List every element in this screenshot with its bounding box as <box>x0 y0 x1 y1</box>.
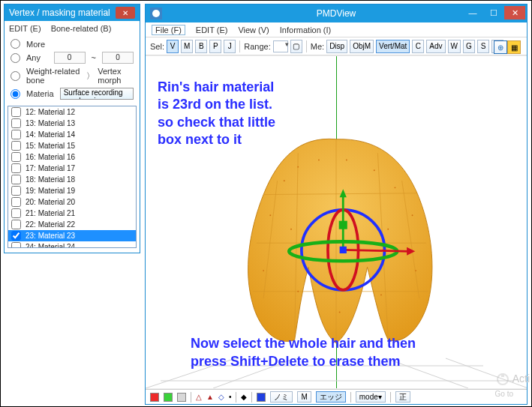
material-checkbox[interactable] <box>11 175 21 184</box>
svg-rect-26 <box>340 247 347 253</box>
label-vertex-morph: Vertex morph <box>98 67 134 85</box>
vertmat-button[interactable]: Vert/Mat <box>376 40 410 53</box>
material-item[interactable]: 21: Material 21 <box>8 208 136 219</box>
box-outline-icon[interactable]: ◇ <box>218 393 224 401</box>
material-list[interactable]: 12: Material 1213: Material 1314: Materi… <box>8 106 137 248</box>
svg-point-9 <box>290 229 292 230</box>
material-checkbox[interactable] <box>11 163 21 173</box>
view-icon-1[interactable]: ⊕ <box>494 40 507 54</box>
svg-point-8 <box>269 214 271 216</box>
main-close-button[interactable]: ✕ <box>504 6 525 19</box>
range-min[interactable]: 0 <box>54 52 86 64</box>
svg-point-2 <box>284 180 285 181</box>
tri-fill-icon[interactable]: ▲ <box>206 393 214 401</box>
minimize-button[interactable]: — <box>462 6 483 19</box>
sel-j-button[interactable]: J <box>224 40 236 53</box>
material-checkbox[interactable] <box>11 130 21 139</box>
annotation-top: Rin's hair material is 23rd on the list.… <box>158 79 275 149</box>
swatch-blue[interactable] <box>257 393 266 402</box>
vertex-mask-panel: Vertex / masking material ✕ EDIT (E) Bon… <box>4 4 140 253</box>
menu-edit-main[interactable]: EDIT (E) <box>196 25 228 34</box>
range-dropdown[interactable] <box>273 40 288 52</box>
menu-bone[interactable]: Bone-related (B) <box>51 24 112 33</box>
main-menu-bar: File (F) EDIT (E) View (V) Information (… <box>146 22 527 37</box>
w-button[interactable]: W <box>448 40 461 53</box>
material-checkbox[interactable] <box>11 186 21 196</box>
surface-sync-button[interactable]: Surface recording synchroniz <box>60 88 134 100</box>
left-close-button[interactable]: ✕ <box>116 7 135 19</box>
g-button[interactable]: G <box>463 40 475 53</box>
radio-more[interactable] <box>11 39 20 49</box>
material-item[interactable]: 15: Material 15 <box>8 140 136 151</box>
material-item[interactable]: 13: Material 13 <box>8 118 136 129</box>
material-checkbox[interactable] <box>11 118 21 128</box>
sel-b-button[interactable]: B <box>195 40 207 53</box>
material-item[interactable]: 12: Material 12 <box>8 106 136 118</box>
dot-icon[interactable]: • <box>229 393 232 401</box>
sel-p-button[interactable]: P <box>209 40 221 53</box>
material-checkbox[interactable] <box>11 197 21 207</box>
material-item[interactable]: 14: Material 14 <box>8 129 136 140</box>
left-title-bar[interactable]: Vertex / masking material ✕ <box>5 4 140 21</box>
objm-button[interactable]: ObjM <box>350 40 374 53</box>
sb-m-button[interactable]: M <box>297 391 311 403</box>
menu-edit[interactable]: EDIT (E) <box>9 24 41 33</box>
sb-nomi-button[interactable]: ノミ <box>270 391 293 403</box>
radio-any[interactable] <box>11 53 20 63</box>
sb-edge-button[interactable]: エッジ <box>316 391 346 403</box>
material-item[interactable]: 17: Material 17 <box>8 163 136 174</box>
sb-sei-button[interactable]: 正 <box>395 391 410 403</box>
menu-file[interactable]: File (F) <box>152 25 185 35</box>
material-label: 15: Material 15 <box>26 142 75 150</box>
range-tilde: ~ <box>92 53 96 62</box>
maximize-button[interactable]: ☐ <box>483 6 504 19</box>
material-item[interactable]: 22: Material 22 <box>8 219 136 230</box>
svg-point-3 <box>297 166 299 168</box>
tri-outline-icon[interactable]: △ <box>196 393 202 401</box>
svg-point-5 <box>346 160 347 161</box>
material-label: 13: Material 13 <box>26 119 75 127</box>
left-title-text: Vertex / masking material <box>9 7 110 18</box>
material-checkbox[interactable] <box>11 231 21 241</box>
range-max[interactable]: 0 <box>102 52 134 64</box>
swatch-gray[interactable] <box>177 393 186 402</box>
menu-info[interactable]: Information (I) <box>280 25 331 34</box>
material-checkbox[interactable] <box>11 220 21 229</box>
material-checkbox[interactable] <box>11 242 21 248</box>
swatch-red[interactable] <box>150 393 159 402</box>
diamond-icon[interactable]: ◆ <box>241 393 247 401</box>
material-checkbox[interactable] <box>11 152 21 162</box>
sel-v-button[interactable]: V <box>167 40 179 53</box>
sel-m-button[interactable]: M <box>181 40 193 53</box>
s-button[interactable]: S <box>477 40 489 53</box>
material-label: 24: Material 24 <box>26 243 75 248</box>
radio-weight-bone[interactable] <box>11 71 20 81</box>
material-label: 23: Material 23 <box>26 232 75 240</box>
material-item[interactable]: 18: Material 18 <box>8 174 136 185</box>
radio-materia[interactable] <box>11 89 20 99</box>
range-box-button[interactable]: ▢ <box>290 40 302 53</box>
main-title-bar[interactable]: PMDView — ☐ ✕ <box>146 4 527 22</box>
viewport-3d[interactable]: Rin's hair material is 23rd on the list.… <box>146 55 527 389</box>
material-item[interactable]: 24: Material 24 <box>8 241 136 248</box>
label-weight-bone: Weight-related bone <box>26 67 80 85</box>
sb-mode-button[interactable]: mode ▾ <box>356 391 386 403</box>
material-item[interactable]: 16: Material 16 <box>8 151 136 163</box>
material-checkbox[interactable] <box>11 208 21 218</box>
c-button[interactable]: C <box>412 40 424 53</box>
material-checkbox[interactable] <box>11 141 21 151</box>
material-item[interactable]: 20: Material 20 <box>8 196 136 208</box>
sel-label: Sel: <box>150 42 164 51</box>
app-icon <box>149 6 164 21</box>
material-label: 19: Material 19 <box>26 187 75 195</box>
material-checkbox[interactable] <box>11 107 21 117</box>
menu-view[interactable]: View (V) <box>238 25 269 34</box>
view-icon-2[interactable]: ▦ <box>507 40 521 54</box>
material-item[interactable]: 19: Material 19 <box>8 185 136 196</box>
swatch-green[interactable] <box>164 393 173 402</box>
material-item[interactable]: 23: Material 23 <box>8 230 136 241</box>
material-label: 18: Material 18 <box>26 175 75 184</box>
svg-point-1 <box>152 10 160 17</box>
disp-button[interactable]: Disp <box>326 40 347 53</box>
adv-button[interactable]: Adv <box>426 40 445 53</box>
